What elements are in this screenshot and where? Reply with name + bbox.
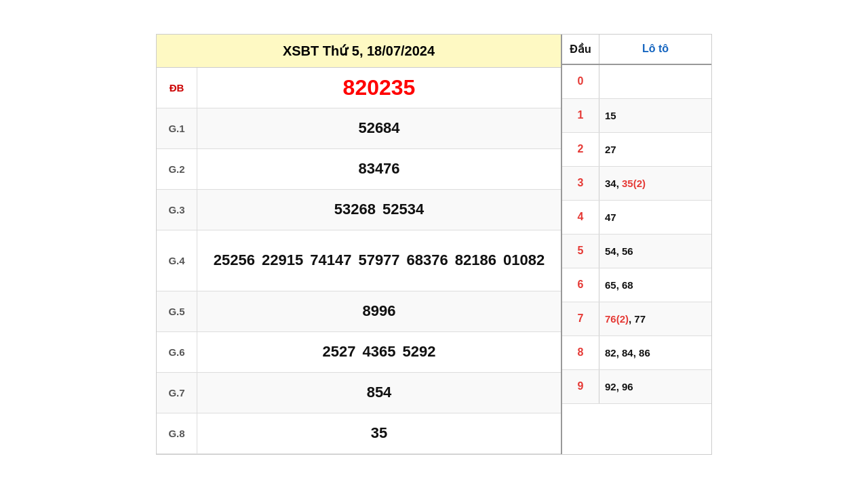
prize-number-db: 820235 xyxy=(343,75,416,100)
prize-number-g4-1: 22915 xyxy=(262,251,303,269)
loto-dau-1: 1 xyxy=(562,99,599,132)
loto-row-7: 7 76(2), 77 xyxy=(562,302,711,336)
loto-header: Đầu Lô tô xyxy=(562,35,711,65)
prize-number-g4-0: 25256 xyxy=(214,251,255,269)
loto-dau-5: 5 xyxy=(562,235,599,268)
prize-label-g8: G.8 xyxy=(157,413,197,453)
prize-row-g6: G.6 2527 4365 5292 xyxy=(157,332,561,373)
main-wrapper: XSBT Thứ 5, 18/07/2024 ĐB 820235 G.1 526… xyxy=(156,34,712,455)
prize-label-db: ĐB xyxy=(157,68,197,108)
prize-number-g6-2: 5292 xyxy=(402,343,435,361)
loto-val-0 xyxy=(599,77,711,85)
loto-row-8: 8 82, 84, 86 xyxy=(562,336,711,370)
loto-row-3: 3 34, 35(2) xyxy=(562,167,711,201)
loto-val-7-text: , 77 xyxy=(629,313,646,325)
loto-val-9: 92, 96 xyxy=(599,377,711,396)
prize-numbers-g6: 2527 4365 5292 xyxy=(197,336,561,367)
loto-val-1: 15 xyxy=(599,106,711,125)
loto-row-9: 9 92, 96 xyxy=(562,370,711,404)
prize-row-g5: G.5 8996 xyxy=(157,291,561,332)
loto-dau-3: 3 xyxy=(562,167,599,200)
loto-val-4: 47 xyxy=(599,207,711,227)
prize-number-g5-0: 8996 xyxy=(363,302,396,320)
loto-dau-header: Đầu xyxy=(562,35,599,64)
loto-dau-7: 7 xyxy=(562,302,599,336)
loto-loto-header: Lô tô xyxy=(599,35,711,64)
prize-numbers-g5: 8996 xyxy=(197,296,561,327)
loto-val-2: 27 xyxy=(599,140,711,159)
prize-label-g3: G.3 xyxy=(157,190,197,230)
prize-row-g4: G.4 25256 22915 74147 57977 68376 82186 … xyxy=(157,230,561,291)
table-header: XSBT Thứ 5, 18/07/2024 xyxy=(157,35,561,68)
prize-label-g2: G.2 xyxy=(157,149,197,189)
prize-number-g6-1: 4365 xyxy=(363,343,396,361)
prize-number-g4-5: 82186 xyxy=(455,251,496,269)
loto-row-5: 5 54, 56 xyxy=(562,235,711,268)
loto-dau-9: 9 xyxy=(562,370,599,403)
loto-dau-6: 6 xyxy=(562,268,599,302)
loto-val-3-text: 34, xyxy=(605,178,622,189)
prize-numbers-g1: 52684 xyxy=(197,113,561,144)
loto-val-3: 34, 35(2) xyxy=(599,174,711,193)
prize-number-g3-1: 52534 xyxy=(382,201,424,218)
prize-number-g4-3: 57977 xyxy=(358,251,399,269)
prize-row-g3: G.3 53268 52534 xyxy=(157,190,561,230)
prize-number-g2-0: 83476 xyxy=(358,160,399,178)
loto-dau-2: 2 xyxy=(562,133,599,166)
prize-numbers-g3: 53268 52534 xyxy=(197,194,561,225)
loto-row-2: 2 27 xyxy=(562,133,711,167)
prize-numbers-g7: 854 xyxy=(197,377,561,408)
loto-row-1: 1 15 xyxy=(562,99,711,133)
prize-number-g4-4: 68376 xyxy=(407,251,448,269)
prize-number-g7-0: 854 xyxy=(367,384,392,401)
loto-row-6: 6 65, 68 xyxy=(562,268,711,302)
main-table: XSBT Thứ 5, 18/07/2024 ĐB 820235 G.1 526… xyxy=(157,35,562,454)
prize-numbers-g4: 25256 22915 74147 57977 68376 82186 0108… xyxy=(197,245,561,276)
loto-val-5: 54, 56 xyxy=(599,241,711,261)
prize-number-g6-0: 2527 xyxy=(323,343,356,361)
prize-row-g8: G.8 35 xyxy=(157,413,561,454)
loto-row-0: 0 xyxy=(562,65,711,99)
prize-row-g1: G.1 52684 xyxy=(157,108,561,149)
loto-val-7: 76(2), 77 xyxy=(599,309,711,329)
prize-label-g5: G.5 xyxy=(157,291,197,331)
loto-val-6: 65, 68 xyxy=(599,275,711,295)
prize-row-g2: G.2 83476 xyxy=(157,149,561,190)
prize-numbers-db: 820235 xyxy=(197,68,561,107)
prize-number-g8-0: 35 xyxy=(371,424,387,442)
prize-label-g1: G.1 xyxy=(157,108,197,148)
loto-table: Đầu Lô tô 0 1 15 2 27 3 34, 35(2) 4 47 xyxy=(562,35,711,454)
loto-val-3-highlight: 35(2) xyxy=(622,178,646,189)
prize-row-g7: G.7 854 xyxy=(157,373,561,413)
prize-number-g1-0: 52684 xyxy=(358,119,399,137)
prize-numbers-g8: 35 xyxy=(197,418,561,449)
prize-label-g6: G.6 xyxy=(157,332,197,372)
prize-label-g7: G.7 xyxy=(157,373,197,413)
prize-row-db: ĐB 820235 xyxy=(157,68,561,108)
loto-val-8: 82, 84, 86 xyxy=(599,343,711,363)
loto-dau-4: 4 xyxy=(562,201,599,234)
loto-row-4: 4 47 xyxy=(562,201,711,235)
prize-numbers-g2: 83476 xyxy=(197,153,561,184)
prize-number-g4-6: 01082 xyxy=(503,251,545,269)
loto-dau-0: 0 xyxy=(562,65,599,98)
prize-number-g4-2: 74147 xyxy=(310,251,351,269)
prize-number-g3-0: 53268 xyxy=(334,201,376,218)
prize-label-g4: G.4 xyxy=(157,230,197,291)
loto-val-7-highlight: 76(2) xyxy=(605,313,629,325)
loto-dau-8: 8 xyxy=(562,336,599,369)
